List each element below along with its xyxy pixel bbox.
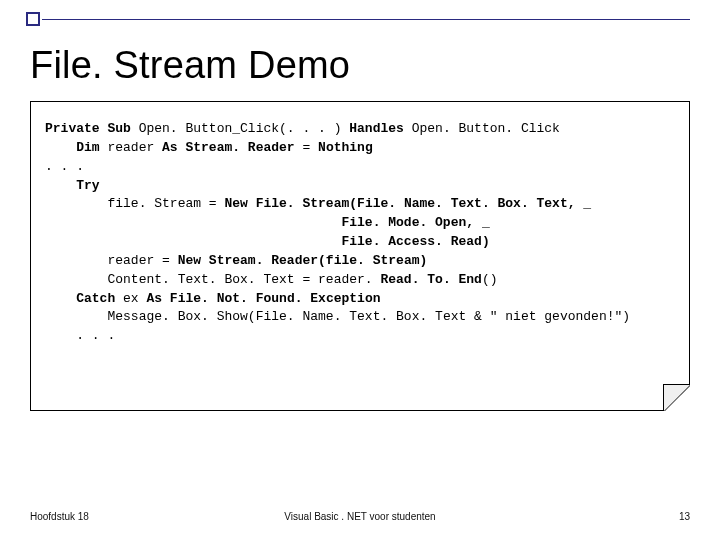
code-text: Open. Button. Click [404, 121, 560, 136]
code-text: reader [100, 140, 162, 155]
method-readtoend: Read. To. End [380, 272, 481, 287]
page-curl-icon [664, 385, 690, 411]
code-block: Private Sub Open. Button_Click(. . . ) H… [45, 120, 677, 346]
kw-dim: Dim [76, 140, 99, 155]
footer-page-number: 13 [679, 511, 690, 522]
code-text: . . . [76, 328, 115, 343]
code-text: Message. Box. Show(File. Name. Text. Box… [107, 309, 630, 324]
accent-line [42, 19, 690, 20]
type-filenotfoundexception: File. Not. Found. Exception [170, 291, 381, 306]
code-text: file. Stream = [107, 196, 224, 211]
footer-title: Visual Basic . NET voor studenten [284, 511, 435, 522]
code-text: Content. Text. Box. Text = reader. [107, 272, 380, 287]
code-text: reader = [107, 253, 177, 268]
expr-new-streamreader: New Stream. Reader(file. Stream) [178, 253, 428, 268]
expr-filemode: File. Mode. Open, _ [341, 215, 489, 230]
accent-square-icon [26, 12, 40, 26]
type-streamreader: Stream. Reader [185, 140, 294, 155]
code-text: . . . [45, 159, 84, 174]
code-text: Open. Button_Click(. . . ) [131, 121, 349, 136]
kw-as: As [146, 291, 169, 306]
slide-footer: Hoofdstuk 18 Visual Basic . NET voor stu… [30, 511, 690, 522]
kw-private-sub: Private Sub [45, 121, 131, 136]
kw-catch: Catch [76, 291, 115, 306]
slide: File. Stream Demo Private Sub Open. Butt… [0, 0, 720, 540]
kw-nothing: Nothing [318, 140, 373, 155]
code-text: = [295, 140, 318, 155]
kw-try: Try [76, 178, 99, 193]
footer-chapter: Hoofdstuk 18 [30, 511, 89, 522]
kw-handles: Handles [349, 121, 404, 136]
code-text: () [482, 272, 498, 287]
expr-new-filestream: New File. Stream(File. Name. Text. Box. … [224, 196, 591, 211]
code-box: Private Sub Open. Button_Click(. . . ) H… [30, 101, 690, 411]
kw-as: As [162, 140, 185, 155]
slide-title: File. Stream Demo [30, 44, 690, 87]
code-text: ex [115, 291, 146, 306]
expr-fileaccess: File. Access. Read) [341, 234, 489, 249]
